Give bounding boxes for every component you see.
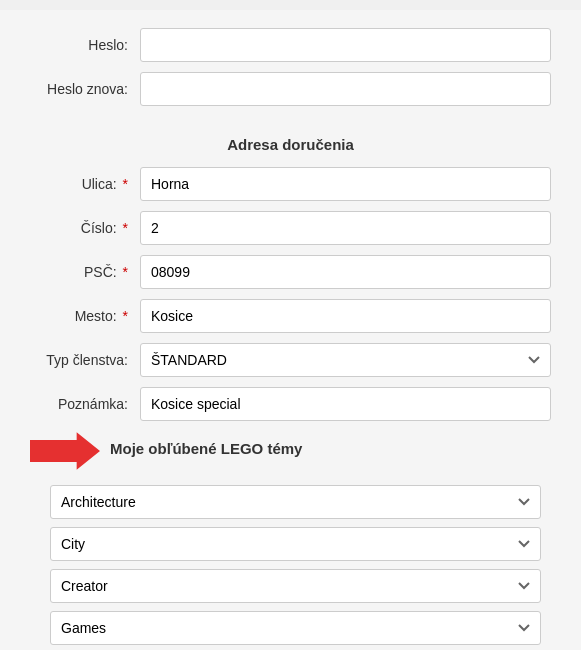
arrow-right-icon: [30, 431, 100, 471]
ulica-required: *: [123, 176, 128, 192]
lego-select-creator[interactable]: Creator: [50, 569, 541, 603]
psc-input[interactable]: [140, 255, 551, 289]
lego-item-3: Games: [30, 611, 551, 645]
lego-select-architecture[interactable]: Architecture: [50, 485, 541, 519]
heslo-row: Heslo:: [30, 28, 551, 62]
heslo-znova-input[interactable]: [140, 72, 551, 106]
heslo-znova-label: Heslo znova:: [30, 81, 140, 97]
svg-marker-0: [30, 432, 100, 469]
ulica-row: Ulica: *: [30, 167, 551, 201]
lego-select-city[interactable]: City: [50, 527, 541, 561]
mesto-row: Mesto: *: [30, 299, 551, 333]
cislo-label: Číslo: *: [30, 220, 140, 236]
lego-item-2: Creator: [30, 569, 551, 603]
psc-row: PSČ: *: [30, 255, 551, 289]
poznamka-label: Poznámka:: [30, 396, 140, 412]
cislo-input[interactable]: [140, 211, 551, 245]
mesto-required: *: [123, 308, 128, 324]
typ-clenstva-select[interactable]: ŠTANDARD: [140, 343, 551, 377]
form-container: Heslo: Heslo znova: Adresa doručenia Uli…: [0, 10, 581, 650]
heslo-znova-row: Heslo znova:: [30, 72, 551, 106]
lego-select-games[interactable]: Games: [50, 611, 541, 645]
ulica-label: Ulica: *: [30, 176, 140, 192]
lego-item-0: Architecture: [30, 485, 551, 519]
typ-clenstva-row: Typ členstva: ŠTANDARD: [30, 343, 551, 377]
mesto-label: Mesto: *: [30, 308, 140, 324]
ulica-input[interactable]: [140, 167, 551, 201]
lego-section: Architecture City Creator Games: [30, 485, 551, 645]
lego-section-title: Moje obľúbené LEGO témy: [110, 440, 302, 457]
psc-required: *: [123, 264, 128, 280]
typ-clenstva-label: Typ členstva:: [30, 352, 140, 368]
poznamka-input[interactable]: [140, 387, 551, 421]
delivery-title: Adresa doručenia: [30, 136, 551, 153]
lego-item-1: City: [30, 527, 551, 561]
lego-section-header: Moje obľúbené LEGO témy: [30, 431, 551, 471]
cislo-required: *: [123, 220, 128, 236]
heslo-label: Heslo:: [30, 37, 140, 53]
cislo-row: Číslo: *: [30, 211, 551, 245]
heslo-input[interactable]: [140, 28, 551, 62]
poznamka-row: Poznámka:: [30, 387, 551, 421]
mesto-input[interactable]: [140, 299, 551, 333]
psc-label: PSČ: *: [30, 264, 140, 280]
